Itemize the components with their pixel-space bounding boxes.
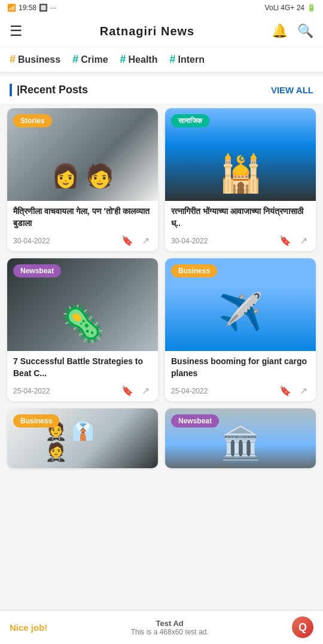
card-body-2: रत्नागिरीत भोंग्याच्या आवाजाच्या नियंत्र…	[165, 201, 316, 251]
hash-icon: #	[169, 53, 175, 66]
card-body-4: Business booming for giant cargo planes …	[165, 351, 316, 401]
share-button-3[interactable]: ↗	[139, 384, 152, 398]
cards-grid: Stories मैत्रिणीला वाचवायला गेला, पण 'तो…	[0, 103, 323, 473]
section-header: |Recent Posts VIEW ALL	[0, 77, 323, 103]
card-footer-2: 30-04-2022 🔖 ↗	[171, 234, 310, 248]
ad-logo: Q	[292, 616, 313, 638]
dots-icon: ···	[50, 4, 56, 12]
bookmark-button-2[interactable]: 🔖	[277, 234, 294, 248]
share-button-2[interactable]: ↗	[297, 234, 310, 248]
time-display: 19:58	[19, 4, 36, 12]
card-date-4: 25-04-2022	[171, 387, 273, 395]
card-footer-3: 25-04-2022 🔖 ↗	[13, 384, 152, 398]
category-label: Health	[129, 54, 158, 65]
card-image-3: Newsbeat	[7, 258, 158, 351]
search-icon: 🔍	[297, 23, 313, 38]
category-label: Intern	[178, 54, 204, 65]
bookmark-button-4[interactable]: 🔖	[277, 384, 294, 398]
bookmark-button-3[interactable]: 🔖	[119, 384, 136, 398]
header-icons: 🔔 🔍	[272, 23, 313, 39]
card-badge-5: Business	[13, 414, 59, 428]
card-image-4: Business	[165, 258, 316, 351]
ad-nice-text: Nice job!	[10, 622, 47, 633]
hamburger-icon: ☰	[10, 23, 23, 39]
card-footer-1: 30-04-2022 🔖 ↗	[13, 234, 152, 248]
category-label: Crime	[81, 54, 108, 65]
card-image-2: सामाजिक	[165, 108, 316, 201]
card-badge-2: सामाजिक	[171, 114, 209, 127]
menu-button[interactable]: ☰	[10, 23, 23, 39]
data-icon: 🔲	[39, 4, 48, 12]
hash-icon: #	[10, 53, 16, 66]
share-button-1[interactable]: ↗	[139, 234, 152, 248]
card-date-1: 30-04-2022	[13, 237, 115, 245]
card-image-1: Stories	[7, 108, 158, 201]
hash-icon: #	[72, 53, 78, 66]
ad-banner: Nice job! Test Ad This is a 468x60 test …	[0, 610, 323, 644]
card-date-2: 30-04-2022	[171, 237, 273, 245]
category-international[interactable]: # Intern	[169, 53, 204, 66]
card-badge-6: Newsbeat	[171, 414, 219, 428]
news-card-2[interactable]: सामाजिक रत्नागिरीत भोंग्याच्या आवाजाच्या…	[165, 108, 316, 251]
hash-icon: #	[120, 53, 126, 66]
search-button[interactable]: 🔍	[297, 23, 313, 39]
news-card-6[interactable]: Newsbeat	[165, 408, 316, 468]
signal-icon: 📶	[7, 4, 16, 12]
category-label: Business	[18, 54, 60, 65]
category-crime[interactable]: # Crime	[72, 53, 108, 66]
card-title-1: मैत्रिणीला वाचवायला गेला, पण 'तो'ही कालव…	[13, 206, 152, 229]
notification-button[interactable]: 🔔	[272, 23, 288, 39]
app-header: ☰ Ratnagiri News 🔔 🔍	[0, 16, 323, 47]
recent-posts-title: |Recent Posts	[10, 84, 88, 96]
ad-content: Test Ad This is a 468x60 test ad.	[53, 619, 286, 636]
card-date-3: 25-04-2022	[13, 387, 115, 395]
card-body-3: 7 Successful Battle Strategies to Beat C…	[7, 351, 158, 401]
card-badge-3: Newsbeat	[13, 264, 61, 277]
card-badge-1: Stories	[13, 114, 52, 127]
card-badge-4: Business	[171, 264, 217, 277]
card-image-6: Newsbeat	[165, 408, 316, 468]
bell-icon: 🔔	[272, 23, 288, 38]
category-bar: # Business # Crime # Health # Intern	[0, 47, 323, 73]
bookmark-button-1[interactable]: 🔖	[119, 234, 136, 248]
card-image-5: Business	[7, 408, 158, 468]
ad-label: Test Ad	[53, 619, 286, 628]
card-title-4: Business booming for giant cargo planes	[171, 356, 310, 379]
category-health[interactable]: # Health	[120, 53, 158, 66]
card-footer-4: 25-04-2022 🔖 ↗	[171, 384, 310, 398]
app-title: Ratnagiri News	[23, 25, 272, 38]
news-card-1[interactable]: Stories मैत्रिणीला वाचवायला गेला, पण 'तो…	[7, 108, 158, 251]
ad-sub-text: This is a 468x60 test ad.	[53, 628, 286, 636]
status-bar: 📶 19:58 🔲 ··· VoLi 4G+ 24 🔋	[0, 0, 323, 16]
card-body-1: मैत्रिणीला वाचवायला गेला, पण 'तो'ही कालव…	[7, 201, 158, 251]
battery-icon: 🔋	[307, 4, 316, 12]
network-text: VoLi 4G+ 24	[265, 4, 304, 12]
news-card-3[interactable]: Newsbeat 7 Successful Battle Strategies …	[7, 258, 158, 401]
share-button-4[interactable]: ↗	[297, 384, 310, 398]
status-right: VoLi 4G+ 24 🔋	[265, 4, 316, 12]
category-business[interactable]: # Business	[10, 53, 60, 66]
view-all-button[interactable]: VIEW ALL	[271, 85, 313, 95]
status-left: 📶 19:58 🔲 ···	[7, 4, 56, 12]
news-card-4[interactable]: Business Business booming for giant carg…	[165, 258, 316, 401]
card-title-3: 7 Successful Battle Strategies to Beat C…	[13, 356, 152, 379]
card-title-2: रत्नागिरीत भोंग्याच्या आवाजाच्या नियंत्र…	[171, 206, 310, 229]
news-card-5[interactable]: Business	[7, 408, 158, 468]
